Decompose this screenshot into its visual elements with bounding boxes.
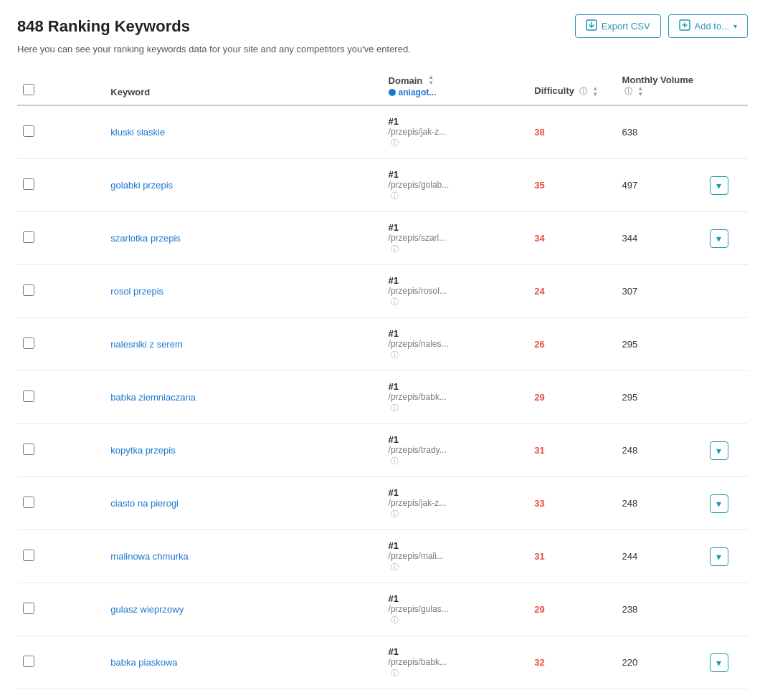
expand-cell: ▾ bbox=[704, 530, 748, 583]
domain-cell: #1 /przepis/rosol... ⓘ bbox=[383, 265, 529, 318]
domain-row-info-icon[interactable]: ⓘ bbox=[391, 350, 399, 359]
keyword-link[interactable]: gulasz wieprzowy bbox=[110, 604, 184, 615]
row-checkbox[interactable] bbox=[23, 284, 34, 296]
keyword-cell: kluski slaskie bbox=[105, 105, 382, 159]
domain-row-info-icon[interactable]: ⓘ bbox=[391, 138, 399, 147]
domain-row-info-icon[interactable]: ⓘ bbox=[391, 191, 399, 200]
row-checkbox-cell bbox=[17, 318, 105, 371]
volume-value: 238 bbox=[622, 604, 638, 615]
keyword-link[interactable]: ciasto na pierogi bbox=[110, 498, 179, 509]
keyword-link[interactable]: babka ziemniaczana bbox=[110, 392, 196, 403]
difficulty-sort-icon[interactable]: ▲ ▼ bbox=[592, 86, 598, 97]
row-checkbox[interactable] bbox=[23, 603, 34, 614]
domain-cell: #1 /przepis/babk... ⓘ bbox=[383, 636, 529, 689]
keyword-column-header: Keyword bbox=[105, 67, 382, 105]
difficulty-info-icon[interactable]: ⓘ bbox=[579, 87, 587, 95]
page-subtitle: Here you can see your ranking keywords d… bbox=[17, 44, 748, 54]
domain-row-info-icon[interactable]: ⓘ bbox=[391, 456, 399, 465]
row-checkbox[interactable] bbox=[23, 550, 34, 561]
domain-cell: #1 /przepis/mali... ⓘ bbox=[383, 530, 529, 583]
volume-cell: 344 bbox=[617, 212, 704, 265]
domain-sort-icon[interactable]: ▲ ▼ bbox=[428, 75, 434, 86]
domain-cell: #1 /przepis/golab... ⓘ bbox=[383, 159, 529, 212]
domain-row-info-icon[interactable]: ⓘ bbox=[391, 562, 399, 571]
keyword-link[interactable]: rosol przepis bbox=[110, 286, 163, 297]
difficulty-cell: 33 bbox=[528, 477, 616, 530]
row-checkbox[interactable] bbox=[23, 231, 34, 243]
keyword-link[interactable]: kopytka przepis bbox=[110, 445, 175, 456]
export-csv-button[interactable]: Export CSV bbox=[575, 14, 661, 38]
keyword-link[interactable]: szarlotka przepis bbox=[110, 233, 181, 244]
row-checkbox-cell bbox=[17, 424, 105, 477]
path-value: /przepis/babk... bbox=[389, 392, 523, 402]
keyword-cell: gulasz wieprzowy bbox=[105, 583, 382, 636]
volume-info-icon[interactable]: ⓘ bbox=[624, 87, 632, 95]
header-actions: Export CSV Add to... ▾ bbox=[575, 14, 748, 38]
page-title: 848 Ranking Keywords bbox=[17, 17, 190, 36]
volume-sort-icon[interactable]: ▲ ▼ bbox=[637, 86, 643, 97]
rank-value: #1 bbox=[389, 646, 523, 657]
path-value: /przepis/jak-z... bbox=[389, 127, 523, 137]
expand-button[interactable]: ▾ bbox=[710, 653, 728, 672]
expand-button[interactable]: ▾ bbox=[710, 176, 728, 195]
difficulty-value: 26 bbox=[534, 339, 544, 350]
keyword-link[interactable]: kluski slaskie bbox=[110, 127, 165, 138]
keywords-table: Keyword Domain ▲ ▼ aniagot... bbox=[17, 67, 748, 689]
table-row: babka piaskowa #1 /przepis/babk... ⓘ 32 … bbox=[17, 636, 748, 689]
domain-row-info-icon[interactable]: ⓘ bbox=[391, 403, 399, 412]
path-value: /przepis/gulas... bbox=[389, 604, 523, 614]
row-checkbox[interactable] bbox=[23, 390, 34, 402]
expand-button[interactable]: ▾ bbox=[710, 547, 728, 566]
table-row: kluski slaskie #1 /przepis/jak-z... ⓘ 38… bbox=[17, 105, 748, 159]
row-checkbox[interactable] bbox=[23, 178, 34, 190]
row-checkbox[interactable] bbox=[23, 337, 34, 349]
volume-value: 295 bbox=[622, 339, 638, 350]
export-icon bbox=[586, 19, 597, 33]
difficulty-cell: 31 bbox=[528, 530, 616, 583]
expand-cell: ▾ bbox=[704, 424, 748, 477]
difficulty-value: 33 bbox=[534, 498, 544, 509]
domain-cell: #1 /przepis/nales... ⓘ bbox=[383, 318, 529, 371]
row-checkbox[interactable] bbox=[23, 497, 34, 508]
difficulty-cell: 26 bbox=[528, 318, 616, 371]
export-csv-label: Export CSV bbox=[602, 21, 650, 32]
rank-value: #1 bbox=[389, 222, 523, 233]
expand-button[interactable]: ▾ bbox=[710, 494, 728, 513]
volume-cell: 295 bbox=[617, 318, 704, 371]
volume-column-header: Monthly Volume ⓘ ▲ ▼ bbox=[617, 67, 704, 105]
table-row: kopytka przepis #1 /przepis/trady... ⓘ 3… bbox=[17, 424, 748, 477]
expand-button[interactable]: ▾ bbox=[710, 441, 728, 460]
domain-dot-icon bbox=[389, 89, 396, 96]
volume-cell: 497 bbox=[617, 159, 704, 212]
row-checkbox[interactable] bbox=[23, 656, 34, 667]
difficulty-cell: 35 bbox=[528, 159, 616, 212]
path-value: /przepis/babk... bbox=[389, 657, 523, 667]
volume-cell: 295 bbox=[617, 371, 704, 424]
expand-cell bbox=[704, 318, 748, 371]
add-to-button[interactable]: Add to... ▾ bbox=[668, 14, 748, 38]
domain-row-info-icon[interactable]: ⓘ bbox=[391, 668, 399, 677]
expand-cell bbox=[704, 371, 748, 424]
volume-value: 295 bbox=[622, 392, 638, 403]
domain-cell: #1 /przepis/trady... ⓘ bbox=[383, 424, 529, 477]
domain-row-info-icon[interactable]: ⓘ bbox=[391, 244, 399, 253]
row-checkbox-cell bbox=[17, 265, 105, 318]
rank-value: #1 bbox=[389, 487, 523, 498]
difficulty-cell: 29 bbox=[528, 583, 616, 636]
keyword-link[interactable]: babka piaskowa bbox=[110, 657, 177, 668]
domain-row-info-icon[interactable]: ⓘ bbox=[391, 615, 399, 624]
volume-value: 244 bbox=[622, 551, 638, 562]
keyword-link[interactable]: nalesniki z serem bbox=[110, 339, 182, 350]
expand-button[interactable]: ▾ bbox=[710, 229, 728, 248]
keyword-cell: ciasto na pierogi bbox=[105, 477, 382, 530]
domain-row-info-icon[interactable]: ⓘ bbox=[391, 297, 399, 306]
row-checkbox[interactable] bbox=[23, 125, 34, 137]
volume-cell: 307 bbox=[617, 265, 704, 318]
keyword-link[interactable]: golabki przepis bbox=[110, 180, 173, 191]
select-all-checkbox[interactable] bbox=[23, 84, 34, 95]
row-checkbox[interactable] bbox=[23, 444, 34, 455]
volume-value: 497 bbox=[622, 180, 638, 191]
domain-row-info-icon[interactable]: ⓘ bbox=[391, 509, 399, 518]
keywords-table-container: Keyword Domain ▲ ▼ aniagot... bbox=[17, 67, 748, 689]
keyword-link[interactable]: malinowa chmurka bbox=[110, 551, 188, 562]
